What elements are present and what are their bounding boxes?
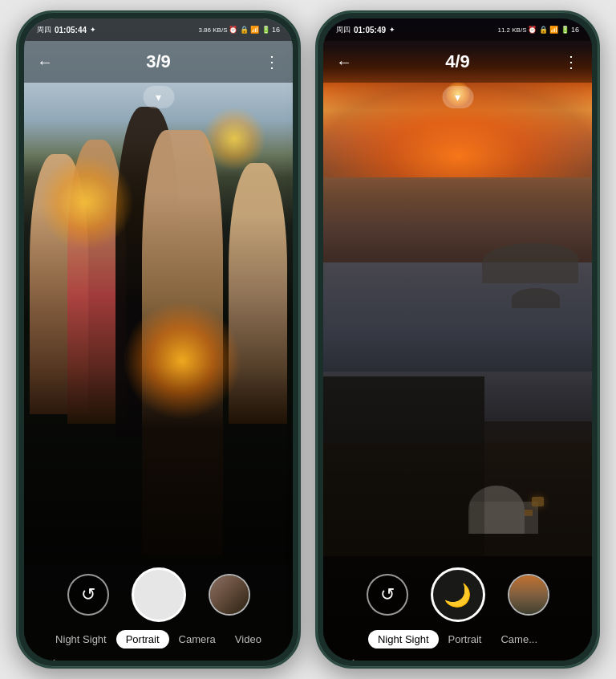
chevron-down-icon-2: ▾ (455, 91, 460, 104)
mode-labels-1: Night Sight Portrait Camera Video (24, 630, 293, 649)
more-button-2[interactable]: ⋮ (563, 52, 579, 71)
mode-night-sight-1[interactable]: Night Sight (46, 630, 116, 649)
battery-num-1: 16 (272, 26, 280, 34)
mode-camera-2[interactable]: Came... (491, 630, 547, 649)
top-nav-2: ← 4/9 ⋮ (323, 41, 592, 83)
back-button-1[interactable]: ← (37, 53, 53, 71)
moon-icon: 🌙 (444, 582, 472, 608)
home-bar-2 (493, 661, 565, 661)
phone-2: 周四 01:05:49 ✦ 11.2 KB/S ⏰ 🔒 📶 🔋 16 ← 4/9… (315, 10, 600, 669)
more-button-1[interactable]: ⋮ (264, 52, 280, 71)
mode-portrait-1[interactable]: Portrait (116, 630, 169, 649)
mode-portrait-2[interactable]: Portrait (439, 630, 492, 649)
network-speed-1: 3.86 KB/S (198, 26, 227, 34)
mode-video-1[interactable]: Video (225, 630, 271, 649)
camera-controls-2: ↺ 🌙 Night Sight Portrait Came... ‹ (323, 556, 592, 661)
thumbnail-button-1[interactable] (209, 574, 250, 616)
status-icon-2: ✦ (389, 26, 395, 34)
signal-icons-1: ⏰ 🔒 📶 🔋 (229, 26, 270, 34)
camera-buttons-1: ↺ (67, 567, 250, 622)
back-button-2[interactable]: ← (336, 53, 352, 71)
status-day-2: 周四 (336, 25, 351, 35)
status-time-2: 01:05:49 (354, 26, 386, 35)
camera-buttons-2: ↺ 🌙 (367, 567, 549, 622)
mode-labels-2: Night Sight Portrait Came... (323, 630, 592, 649)
status-bar-1: 周四 01:05:44 ✦ 3.86 KB/S ⏰ 🔒 📶 🔋 16 (24, 18, 293, 41)
rotate-button-1[interactable]: ↺ (67, 574, 109, 616)
home-bar-1 (194, 661, 266, 661)
mode-night-sight-2[interactable]: Night Sight (368, 630, 439, 649)
status-icon-1: ✦ (90, 26, 96, 34)
battery-num-2: 16 (571, 26, 579, 34)
mode-camera-1[interactable]: Camera (169, 630, 225, 649)
phone-1: 周四 01:05:44 ✦ 3.86 KB/S ⏰ 🔒 📶 🔋 16 ← 3/9… (16, 10, 301, 669)
camera-controls-1: ↺ Night Sight Portrait Camera Video ‹ (24, 556, 293, 661)
shutter-button-2[interactable]: 🌙 (431, 567, 485, 622)
status-bar-2: 周四 01:05:49 ✦ 11.2 KB/S ⏰ 🔒 📶 🔋 16 (323, 18, 592, 41)
dropdown-btn-1[interactable]: ▾ (143, 86, 174, 108)
shutter-button-1[interactable] (132, 567, 186, 622)
status-day-1: 周四 (37, 25, 51, 35)
rotate-button-2[interactable]: ↺ (367, 574, 408, 616)
counter-1: 3/9 (146, 51, 171, 72)
chevron-down-icon-1: ▾ (156, 91, 161, 104)
counter-2: 4/9 (445, 51, 470, 72)
network-speed-2: 11.2 KB/S (497, 26, 526, 34)
nav-back-arrow-1[interactable]: ‹ (51, 653, 56, 661)
status-time-1: 01:05:44 (55, 26, 87, 35)
nav-back-arrow-2[interactable]: ‹ (351, 653, 355, 661)
thumbnail-button-2[interactable] (508, 574, 549, 616)
signal-icons-2: ⏰ 🔒 📶 🔋 (528, 26, 569, 34)
dropdown-btn-2[interactable]: ▾ (442, 86, 473, 108)
top-nav-1: ← 3/9 ⋮ (24, 41, 293, 83)
